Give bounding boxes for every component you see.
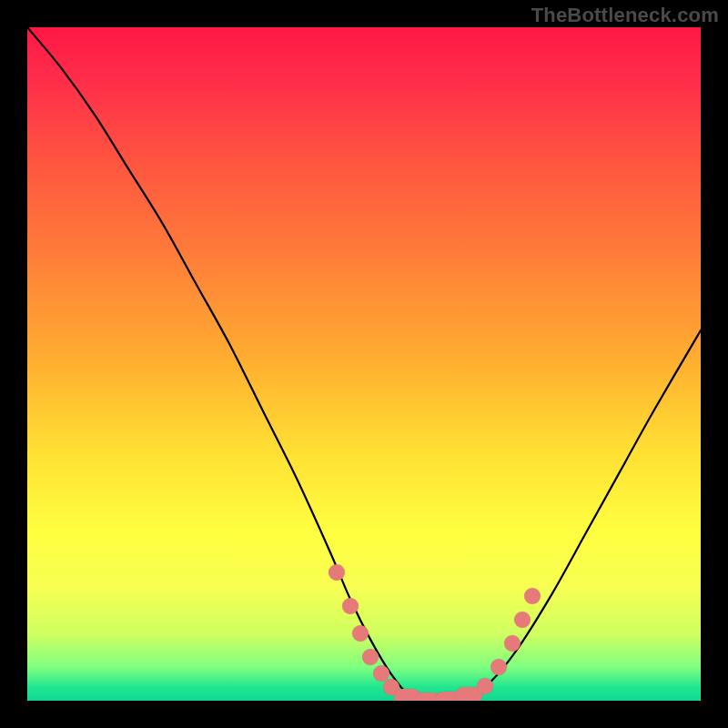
data-marker [342, 598, 359, 614]
data-marker [362, 649, 379, 665]
data-marker [490, 659, 507, 675]
data-marker [524, 588, 541, 604]
data-marker [514, 612, 531, 628]
curve-svg [27, 27, 701, 701]
data-marker [352, 625, 369, 642]
plot-area [27, 27, 701, 701]
data-marker [504, 635, 521, 652]
data-marker [329, 564, 345, 581]
watermark-text: TheBottleneck.com [531, 4, 719, 27]
data-marker [477, 678, 493, 694]
curve-path [27, 27, 701, 701]
